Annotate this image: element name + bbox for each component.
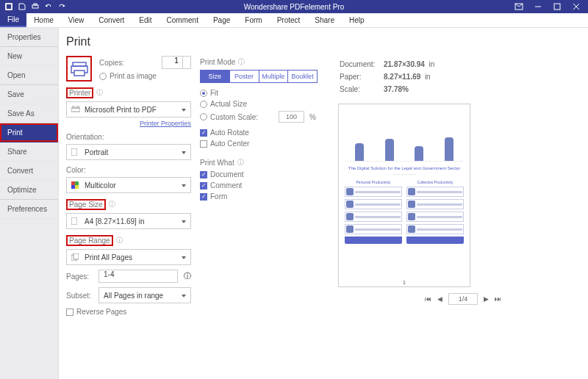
menu-home[interactable]: Home	[26, 13, 61, 27]
printer-select[interactable]: Microsoft Print to PDF	[66, 101, 191, 118]
menu-edit[interactable]: Edit	[132, 13, 159, 27]
help-icon[interactable]: ⓘ	[116, 236, 123, 245]
reverse-pages-checkbox[interactable]	[66, 308, 74, 316]
sidebar-item-share[interactable]: Share	[0, 142, 58, 162]
multicolor-icon	[71, 181, 82, 189]
page-range-select[interactable]: Print All Pages	[66, 249, 191, 265]
page-preview: The Digital Solution for the Legal and G…	[338, 104, 470, 287]
auto-rotate-checkbox[interactable]	[200, 129, 207, 137]
tab-poster[interactable]: Poster	[230, 71, 259, 82]
sidebar-item-preferences[interactable]: Preferences	[0, 200, 58, 219]
what-comment-checkbox[interactable]	[200, 182, 207, 190]
app-title: Wondershare PDFelement Pro	[0, 3, 588, 11]
maximize-button[interactable]	[548, 1, 566, 12]
pages-input[interactable]: 1-4	[98, 270, 178, 283]
color-select[interactable]: Multicolor	[66, 177, 191, 193]
sidebar-item-open[interactable]: Open	[0, 66, 58, 85]
svg-rect-19	[74, 253, 79, 259]
svg-rect-9	[74, 71, 85, 76]
help-icon[interactable]: ⓘ	[96, 88, 103, 98]
pager-first[interactable]: ⏮	[425, 295, 431, 303]
copies-input[interactable]: 1	[162, 56, 191, 69]
subset-label: Subset:	[66, 292, 93, 300]
pages-icon	[71, 253, 82, 261]
menu-comment[interactable]: Comment	[159, 13, 206, 27]
svg-rect-2	[32, 5, 38, 8]
file-sidebar: Properties New Open Save Save As Print S…	[0, 28, 59, 379]
print-mode-label: Print Mode	[200, 58, 235, 66]
custom-scale-input[interactable]: 100	[279, 111, 304, 123]
svg-rect-3	[34, 4, 37, 5]
titlebar: Wondershare PDFelement Pro	[0, 0, 588, 13]
print-mode-tabs: Size Poster Multiple Booklet	[200, 70, 318, 83]
copies-label: Copies:	[99, 59, 124, 67]
fit-radio[interactable]	[200, 90, 207, 97]
what-document-checkbox[interactable]	[200, 171, 207, 178]
orientation-label: Orientation:	[66, 133, 191, 141]
close-button[interactable]	[567, 1, 585, 12]
sidebar-item-save-as[interactable]: Save As	[0, 104, 58, 123]
help-icon[interactable]: ⓘ	[184, 271, 191, 281]
help-icon[interactable]: ⓘ	[238, 57, 245, 67]
mail-button[interactable]	[510, 1, 528, 12]
printer-section-label: Printer	[66, 87, 93, 98]
menubar: File Home View Convert Edit Comment Page…	[0, 13, 588, 28]
print-as-image-label: Print as image	[110, 72, 157, 80]
undo-icon[interactable]	[44, 2, 53, 11]
tab-booklet[interactable]: Booklet	[288, 71, 317, 82]
portrait-icon	[71, 148, 82, 156]
subset-select[interactable]: All Pages in range	[98, 287, 191, 303]
sidebar-item-print[interactable]: Print	[0, 123, 58, 142]
page-size-select[interactable]: A4 [8.27×11.69] in	[66, 213, 191, 229]
tab-size[interactable]: Size	[201, 71, 230, 82]
menu-view[interactable]: View	[61, 13, 92, 27]
page-range-label: Page Range	[66, 235, 113, 246]
print-what-label: Print What	[200, 159, 234, 167]
menu-page[interactable]: Page	[206, 13, 237, 27]
help-icon[interactable]: ⓘ	[109, 200, 115, 209]
sidebar-item-new[interactable]: New	[0, 47, 58, 66]
svg-rect-12	[71, 148, 77, 156]
svg-rect-16	[75, 185, 79, 189]
printer-small-icon	[71, 106, 82, 113]
svg-rect-11	[71, 108, 80, 112]
pager-input[interactable]: 1/4	[448, 293, 478, 305]
preview-pager: ⏮ ◀ 1/4 ▶ ⏭	[338, 293, 588, 305]
svg-rect-6	[554, 4, 560, 10]
auto-center-checkbox[interactable]	[200, 140, 207, 148]
document-info: Document:21.87×30.94 in Paper:8.27×11.69…	[338, 57, 436, 96]
custom-scale-radio[interactable]	[200, 113, 207, 120]
sidebar-item-save[interactable]: Save	[0, 85, 58, 104]
pager-prev[interactable]: ◀	[437, 295, 442, 303]
sidebar-item-properties[interactable]: Properties	[0, 28, 58, 47]
save-icon[interactable]	[18, 2, 26, 11]
svg-rect-15	[71, 185, 75, 189]
sidebar-item-convert[interactable]: Convert	[0, 162, 58, 181]
printer-properties-link[interactable]: Printer Properties	[66, 120, 191, 127]
page-icon	[71, 217, 82, 225]
menu-share[interactable]: Share	[307, 13, 342, 27]
print-as-image-radio[interactable]	[99, 73, 107, 80]
color-label: Color:	[66, 166, 191, 174]
pager-last[interactable]: ⏭	[495, 295, 501, 303]
menu-form[interactable]: Form	[237, 13, 269, 27]
menu-protect[interactable]: Protect	[270, 13, 308, 27]
svg-rect-17	[71, 217, 77, 225]
sidebar-item-optimize[interactable]: Optimize	[0, 181, 58, 200]
what-form-checkbox[interactable]	[200, 193, 207, 201]
menu-convert[interactable]: Convert	[91, 13, 132, 27]
minimize-button[interactable]	[529, 1, 547, 12]
help-icon[interactable]: ⓘ	[237, 158, 244, 167]
print-icon[interactable]	[31, 2, 40, 11]
tab-multiple[interactable]: Multiple	[259, 71, 289, 82]
redo-icon[interactable]	[57, 2, 66, 11]
reverse-pages-label: Reverse Pages	[76, 308, 126, 316]
menu-file[interactable]: File	[0, 13, 26, 27]
pager-next[interactable]: ▶	[484, 295, 489, 303]
actual-size-radio[interactable]	[200, 101, 207, 108]
menu-help[interactable]: Help	[342, 13, 372, 27]
orientation-select[interactable]: Portrait	[66, 144, 191, 160]
svg-rect-1	[7, 4, 11, 9]
printer-large-icon	[66, 56, 92, 82]
svg-rect-14	[75, 181, 79, 185]
